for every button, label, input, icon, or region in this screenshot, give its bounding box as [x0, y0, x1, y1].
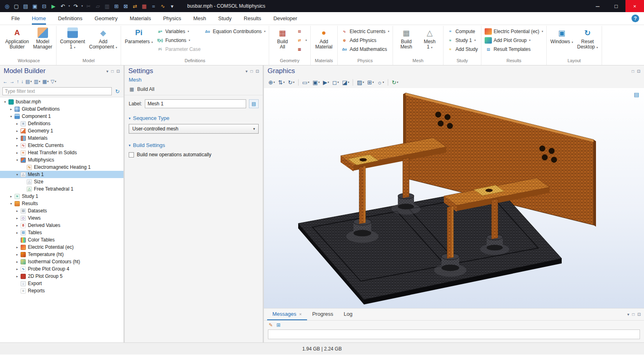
- tree-item-temperature-ht[interactable]: ▸Temperature (ht): [0, 251, 123, 258]
- tree-item-derived-values[interactable]: ▸8Derived Values: [0, 222, 123, 229]
- collapse-icon[interactable]: ▾: [15, 158, 20, 162]
- expand-icon[interactable]: ▸: [8, 195, 14, 198]
- menu-tab-physics[interactable]: Physics: [163, 12, 181, 25]
- tree-item-color-tables[interactable]: Color Tables: [0, 236, 123, 243]
- open-icon[interactable]: ▤: [21, 2, 30, 10]
- model-tree-filter-icon[interactable]: ▽▾: [50, 78, 57, 85]
- tree-item-tables[interactable]: ▸⊞Tables: [0, 229, 123, 236]
- compute-button[interactable]: =Compute: [445, 28, 479, 35]
- paste-icon[interactable]: ▥: [102, 2, 112, 10]
- add-material-button[interactable]: ●Add Material: [313, 26, 335, 50]
- model-manager-button[interactable]: Model Manager: [31, 26, 54, 50]
- tree-item-geometry-1[interactable]: ▸Geometry 1: [0, 127, 123, 134]
- update-plot-icon[interactable]: ↻▾: [391, 78, 399, 86]
- messages-input[interactable]: [268, 330, 640, 339]
- add-physics-button[interactable]: ⊕Add Physics: [340, 37, 391, 44]
- float-panel-icon[interactable]: □: [632, 69, 634, 73]
- reset-desktop-button[interactable]: ↻Reset Desktop ▾: [575, 26, 600, 50]
- menu-tab-results[interactable]: Results: [244, 12, 261, 25]
- tab-log[interactable]: Log: [339, 309, 358, 320]
- pin-panel-icon[interactable]: ⊡: [117, 69, 120, 73]
- save-icon[interactable]: ▣: [30, 2, 40, 10]
- collapse-icon[interactable]: ▾: [8, 115, 14, 118]
- collapse-icon[interactable]: ▾: [2, 100, 8, 104]
- float-panel-icon[interactable]: □: [632, 312, 635, 317]
- undo-dropdown-icon[interactable]: ▾: [67, 4, 71, 8]
- expand-icon[interactable]: ▸: [15, 253, 20, 256]
- variables-button[interactable]: a=Variables▾: [155, 28, 202, 35]
- add-plot-group-button[interactable]: Add Plot Group▾: [483, 37, 544, 44]
- tree-item-views[interactable]: ▸◇Views: [0, 214, 123, 222]
- tree-item-multiphysics[interactable]: ▾Multiphysics: [0, 156, 123, 164]
- functions-button[interactable]: f(x)Functions▾: [155, 37, 202, 44]
- panel-menu-icon[interactable]: ▾: [107, 69, 109, 73]
- pin-panel-icon[interactable]: ⊡: [637, 69, 640, 73]
- copy-table-icon[interactable]: ⊞: [276, 322, 280, 328]
- expand-icon[interactable]: ▸: [8, 107, 14, 111]
- collapse-icon[interactable]: ▾: [8, 202, 14, 206]
- expand-icon[interactable]: ▸: [15, 224, 20, 227]
- tree-item-2d-plot-group-5[interactable]: ▸2D Plot Group 5: [0, 273, 123, 280]
- menu-tab-geometry[interactable]: Geometry: [94, 12, 117, 25]
- scene-light-icon[interactable]: ☼▾: [376, 78, 385, 86]
- expand-icon[interactable]: ▸: [15, 216, 20, 220]
- plot-window-icon[interactable]: ▤: [634, 91, 639, 98]
- menu-tab-home[interactable]: Home: [32, 12, 46, 25]
- filter-input[interactable]: [2, 87, 112, 95]
- tree-item-materials[interactable]: ▸Materials: [0, 134, 123, 142]
- tree-item-export[interactable]: ↓Export: [0, 280, 123, 287]
- result-templates-button[interactable]: ▤Result Templates: [483, 46, 544, 53]
- cut-icon[interactable]: ✂: [84, 2, 93, 10]
- geometry-parts-button[interactable]: ▦: [295, 46, 308, 53]
- close-button[interactable]: ×: [625, 0, 644, 12]
- expand-icon[interactable]: ▸: [15, 275, 20, 278]
- grid-icon[interactable]: ⊞▾: [366, 78, 375, 86]
- float-panel-icon[interactable]: □: [251, 69, 253, 73]
- tree-item-heat-transfer-in-solids[interactable]: ▸≈Heat Transfer in Solids: [0, 149, 123, 156]
- tree-item-global-definitions[interactable]: ▸Global Definitions: [0, 105, 123, 113]
- expand-icon[interactable]: ▸: [15, 144, 20, 147]
- refresh-icon[interactable]: ↻: [114, 88, 121, 95]
- duplicate-icon[interactable]: ⊞: [112, 2, 121, 10]
- electric-currents-select[interactable]: ∿Electric Currents▾: [340, 28, 391, 35]
- tree-item-reports[interactable]: ≡Reports: [0, 287, 123, 294]
- tree-item-free-tetrahedral-1[interactable]: △Free Tetrahedral 1: [0, 185, 123, 193]
- menu-tab-file[interactable]: File: [11, 12, 20, 25]
- add-mathematics-button[interactable]: ΔuAdd Mathematics: [340, 46, 391, 53]
- add-study-button[interactable]: ≈Add Study: [445, 46, 479, 53]
- build-mesh-button[interactable]: ▦Build Mesh: [395, 26, 418, 50]
- build-all-quick-icon[interactable]: ▦: [140, 2, 149, 10]
- menu-tab-mesh[interactable]: Mesh: [193, 12, 206, 25]
- component-1-button[interactable]: Component 1 ▾: [59, 26, 87, 50]
- select-box-icon[interactable]: ◻▾: [331, 78, 340, 86]
- help-button[interactable]: ?: [631, 15, 639, 22]
- collapse-icon[interactable]: ▾: [15, 173, 20, 176]
- redo-icon[interactable]: ↷: [71, 2, 80, 10]
- tree-item-study-1[interactable]: ▸≈Study 1: [0, 193, 123, 200]
- add-component-button[interactable]: ◆Add Component ▾: [88, 26, 119, 50]
- pin-panel-icon[interactable]: ⊡: [256, 69, 259, 73]
- clear-log-icon[interactable]: ✎: [269, 322, 273, 328]
- tree-item-definitions[interactable]: ▸≡Definitions: [0, 120, 123, 127]
- show-options-icon[interactable]: ▤▾: [25, 78, 33, 85]
- panel-menu-icon[interactable]: ▾: [246, 69, 248, 73]
- tree-item-probe-plot-group-4[interactable]: ▸∿Probe Plot Group 4: [0, 265, 123, 273]
- copy-icon[interactable]: ▱: [93, 2, 102, 10]
- tree-item-datasets[interactable]: ▸⊞Datasets: [0, 207, 123, 214]
- expand-icon[interactable]: ▸: [15, 136, 20, 140]
- transparency-icon[interactable]: ◪▾: [341, 78, 351, 86]
- tab-messages[interactable]: Messages×: [267, 309, 307, 320]
- panel-menu-icon[interactable]: ▾: [627, 312, 629, 317]
- compute-quick-icon[interactable]: =: [149, 2, 158, 10]
- windows-button[interactable]: ▣Windows ▾: [549, 26, 575, 45]
- tree-item-electromagnetic-heating-1[interactable]: ∿Electromagnetic Heating 1: [0, 164, 123, 171]
- expand-icon[interactable]: ▸: [15, 246, 20, 249]
- toolbar-overflow-icon[interactable]: ▾: [167, 2, 177, 10]
- expand-icon[interactable]: ▸: [15, 129, 20, 133]
- graphics-canvas[interactable]: ▤: [264, 88, 644, 308]
- expand-icon[interactable]: ▸: [15, 151, 20, 155]
- tree-item-electric-currents[interactable]: ▸∿Electric Currents: [0, 142, 123, 149]
- build-settings-section-header[interactable]: ▾ Build Settings: [129, 139, 259, 150]
- redo-dropdown-icon[interactable]: ▾: [80, 4, 84, 8]
- tree-item-isothermal-contours-ht[interactable]: ▸Isothermal Contours (ht): [0, 258, 123, 265]
